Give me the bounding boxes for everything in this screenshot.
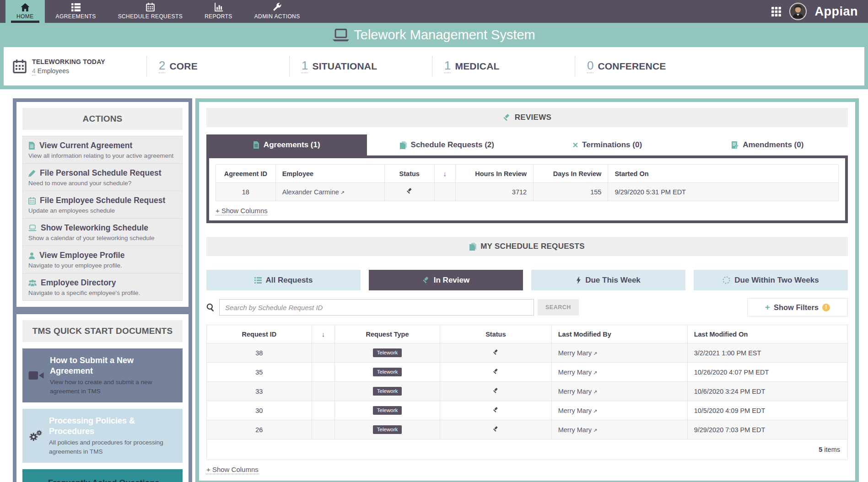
last-modified-by-link[interactable]: Merry Mary↗ [558, 407, 598, 414]
nav-tab-home[interactable]: HOME [5, 0, 45, 23]
gavel-icon [503, 114, 511, 122]
column-agreement-id[interactable]: Agreement ID [216, 165, 276, 183]
action-desc: Navigate to your employee profile. [28, 262, 177, 269]
show-filters-button[interactable]: + Show Filters ! [747, 298, 848, 316]
stat-conference-label: CONFERENCE [598, 61, 666, 72]
stat-situational-value[interactable]: 1 [302, 59, 308, 73]
teleworking-today-count[interactable]: 4 [32, 67, 36, 75]
search-button[interactable]: SEARCH [538, 299, 579, 316]
nav-tab-admin-actions[interactable]: ADMIN ACTIONS [243, 0, 311, 23]
stats-strip: TELEWORKING TODAY 4 Employees 2 CORE 1 S… [0, 47, 868, 89]
tab-amendments[interactable]: Amendments (0) [688, 134, 848, 155]
last-modified-on-cell: 10/5/2020 4:09 PM EDT [687, 401, 847, 420]
agreement-id-cell: 18 [216, 183, 276, 201]
lightning-bolt-icon [576, 276, 581, 284]
column-hours-in-review[interactable]: Hours In Review [455, 165, 533, 183]
column-last-modified-by[interactable]: Last Modified By [551, 325, 687, 343]
quick-start-documents-panel: TMS QUICK START DOCUMENTS How to Submit … [13, 311, 192, 482]
column-request-id[interactable]: Request ID [207, 325, 312, 343]
doc-card-title: Frequently Asked Questions [28, 476, 159, 482]
sort-descending-icon[interactable]: ↓ [312, 325, 334, 343]
filter-due-within-two-weeks[interactable]: Due Within Two Weeks [694, 270, 848, 290]
table-row: 38 Telework Merry Mary↗ 3/2/2021 1:00 PM… [207, 343, 848, 363]
table-header-row: Request ID ↓ Request Type Status Last Mo… [207, 325, 848, 343]
amendment-document-icon [732, 141, 739, 149]
tab-terminations[interactable]: × Terminations (0) [527, 134, 688, 155]
column-status[interactable]: Status [440, 325, 551, 343]
last-modified-by-link[interactable]: Merry Mary↗ [558, 369, 598, 376]
request-type-badge: Telework [373, 425, 402, 434]
request-type-badge: Telework [373, 387, 402, 396]
external-link-icon: ↗ [593, 428, 597, 433]
tab-label: Terminations (0) [582, 140, 642, 150]
show-columns-link[interactable]: + Show Columns [206, 466, 259, 474]
external-link-icon: ↗ [340, 190, 345, 195]
action-desc: Update an employees schedule [28, 207, 177, 214]
app-launcher-icon[interactable] [771, 7, 781, 16]
stat-core: 2 CORE [146, 56, 289, 77]
status-gavel-icon [384, 183, 434, 201]
tab-label: Agreements (1) [264, 140, 320, 150]
filter-label: In Review [434, 276, 469, 285]
tab-schedule-requests[interactable]: Schedule Requests (2) [367, 134, 528, 155]
doc-card-how-to-submit[interactable]: How to Submit a New Agreement View how t… [22, 348, 183, 402]
gears-icon [28, 429, 43, 442]
stat-conference-value[interactable]: 0 [587, 59, 593, 73]
plus-icon: + [765, 302, 770, 312]
doc-card-desc: View how to create and submit a new agre… [50, 378, 177, 396]
video-camera-icon [28, 370, 44, 380]
filter-label: All Requests [266, 276, 313, 285]
document-icon [253, 141, 259, 149]
show-filters-label: Show Filters [774, 303, 819, 312]
teleworking-today: TELEWORKING TODAY 4 Employees [4, 58, 146, 75]
table-row: 18 Alexander Carmine↗ 3712 155 9/29/2020… [216, 183, 839, 201]
search-icon [206, 303, 215, 312]
show-columns-link[interactable]: + Show Columns [216, 207, 268, 215]
status-gavel-icon [440, 401, 551, 420]
column-status[interactable]: Status [384, 165, 434, 183]
request-id-cell: 33 [207, 382, 312, 401]
filter-all-requests[interactable]: All Requests [206, 270, 361, 290]
doc-card-faq[interactable]: Frequently Asked Questions [22, 469, 183, 482]
status-gavel-icon [440, 382, 551, 401]
nav-tab-schedule-requests[interactable]: SCHEDULE REQUESTS [107, 0, 194, 23]
stat-core-value[interactable]: 2 [159, 59, 165, 73]
user-avatar[interactable] [789, 3, 807, 20]
nav-tab-agreements[interactable]: AGREEMENTS [45, 0, 107, 23]
sort-descending-icon[interactable]: ↓ [434, 165, 455, 183]
column-started-on[interactable]: Started On [608, 165, 839, 183]
tab-agreements[interactable]: Agreements (1) [206, 134, 367, 155]
doc-card-processing-policies[interactable]: Processing Policies & Procedures All pol… [22, 409, 183, 463]
last-modified-by-link[interactable]: Merry Mary↗ [558, 349, 598, 357]
copy-document-icon [469, 243, 476, 251]
last-modified-by-link[interactable]: Merry Mary↗ [558, 426, 598, 434]
action-view-current-agreement[interactable]: View Current Agreement View all informat… [22, 136, 183, 164]
stat-medical-value[interactable]: 1 [444, 59, 451, 73]
column-employee[interactable]: Employee [275, 165, 384, 183]
filter-in-review[interactable]: In Review [369, 270, 523, 290]
search-input[interactable] [219, 299, 534, 316]
action-view-employee-profile[interactable]: View Employee Profile Navigate to your e… [22, 246, 183, 273]
last-modified-by-link[interactable]: Merry Mary↗ [558, 388, 598, 395]
request-id-cell: 26 [207, 420, 312, 439]
filter-due-this-week[interactable]: Due This Week [531, 270, 685, 290]
column-days-in-review[interactable]: Days In Review [534, 165, 608, 183]
x-icon: × [572, 140, 578, 150]
filter-label: Due Within Two Weeks [734, 276, 819, 285]
nav-tab-reports[interactable]: REPORTS [194, 0, 243, 23]
action-title: View Current Agreement [39, 141, 132, 150]
action-file-personal-schedule-request[interactable]: File Personal Schedule Request Need to m… [22, 163, 183, 191]
action-employee-directory[interactable]: Employee Directory Navigate to a specifi… [22, 273, 183, 301]
employee-link[interactable]: Alexander Carmine↗ [282, 188, 345, 196]
doc-card-desc: All policies and procedures for processi… [49, 438, 177, 456]
action-file-employee-schedule-request[interactable]: File Employee Schedule Request Update an… [22, 191, 183, 219]
external-link-icon: ↗ [593, 351, 597, 356]
column-request-type[interactable]: Request Type [335, 325, 440, 343]
action-show-teleworking-schedule[interactable]: Show Teleworking Schedule Show a calenda… [22, 218, 183, 246]
tab-label: Amendments (0) [743, 140, 803, 150]
page-banner: Telework Management System [0, 23, 868, 47]
request-id-cell: 35 [207, 363, 312, 382]
items-count: 5 items [206, 439, 848, 460]
last-modified-on-cell: 10/6/2020 3:24 PM EDT [687, 382, 847, 401]
column-last-modified-on[interactable]: Last Modified On [687, 325, 847, 343]
